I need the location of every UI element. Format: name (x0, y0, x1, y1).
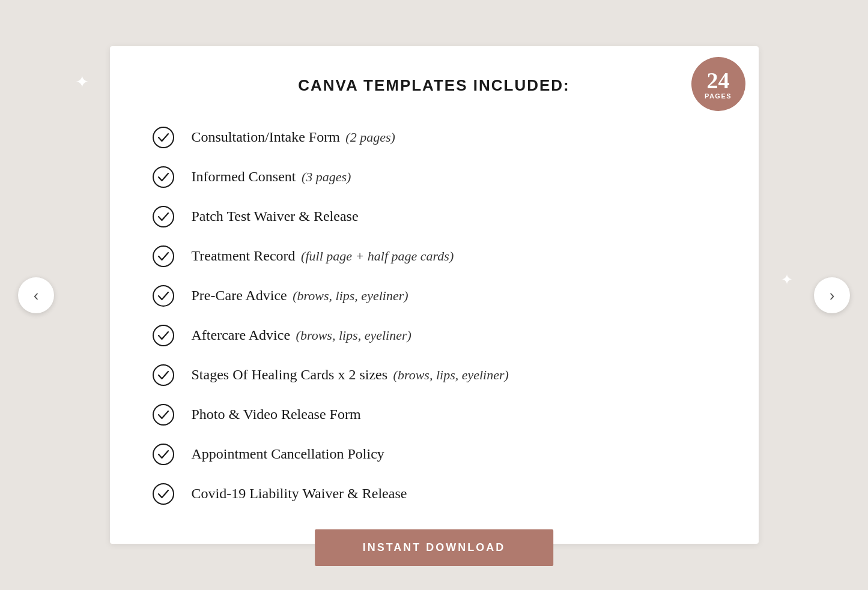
list-item: Pre-Care Advice (brows, lips, eyeliner) (152, 276, 717, 316)
item-text-10: Covid-19 Liability Waiver & Release (192, 484, 407, 503)
item-main-7: Stages Of Healing Cards x 2 sizes (192, 367, 388, 382)
item-italic-5: (brows, lips, eyeliner) (290, 288, 408, 303)
item-main-10: Covid-19 Liability Waiver & Release (192, 486, 407, 501)
badge-label: PAGES (705, 92, 732, 100)
checkmark-icon (152, 245, 175, 268)
list-item: Photo & Video Release Form (152, 395, 717, 435)
item-italic-6: (brows, lips, eyeliner) (293, 328, 411, 343)
item-main-4: Treatment Record (192, 248, 296, 263)
item-main-8: Photo & Video Release Form (192, 406, 361, 422)
list-item: Stages Of Healing Cards x 2 sizes (brows… (152, 355, 717, 395)
item-text-7: Stages Of Healing Cards x 2 sizes (brows… (192, 366, 509, 384)
checkmark-icon (152, 483, 175, 505)
svg-point-3 (153, 246, 174, 266)
item-text-5: Pre-Care Advice (brows, lips, eyeliner) (192, 286, 408, 305)
item-main-3: Patch Test Waiver & Release (192, 208, 359, 224)
item-main-2: Informed Consent (192, 169, 296, 184)
checkmark-icon (152, 126, 175, 149)
list-item: Covid-19 Liability Waiver & Release (152, 474, 717, 514)
list-item: Informed Consent (3 pages) (152, 157, 717, 197)
main-card: 24 PAGES CANVA TEMPLATES INCLUDED: Consu… (110, 46, 759, 544)
svg-point-5 (153, 325, 174, 346)
item-main-5: Pre-Care Advice (192, 287, 287, 303)
svg-point-8 (153, 444, 174, 465)
pages-badge: 24 PAGES (691, 57, 745, 111)
list-item: Consultation/Intake Form (2 pages) (152, 118, 717, 157)
item-text-9: Appointment Cancellation Policy (192, 445, 384, 463)
badge-circle: 24 PAGES (691, 57, 745, 111)
checkmark-icon (152, 205, 175, 228)
sparkle-top-left-icon: ✦ (75, 72, 89, 92)
item-main-9: Appointment Cancellation Policy (192, 446, 384, 462)
svg-point-9 (153, 484, 174, 504)
item-italic-7: (brows, lips, eyeliner) (390, 367, 509, 382)
svg-point-4 (153, 286, 174, 306)
checkmark-icon (152, 364, 175, 387)
item-italic-4: (full page + half page cards) (298, 248, 454, 263)
list-item: Treatment Record (full page + half page … (152, 236, 717, 276)
nav-arrow-left[interactable]: ‹ (18, 277, 54, 313)
nav-arrow-right[interactable]: › (814, 277, 850, 313)
svg-point-6 (153, 365, 174, 385)
chevron-right-icon: › (830, 287, 835, 303)
checklist: Consultation/Intake Form (2 pages) Infor… (152, 118, 717, 514)
checkmark-icon (152, 443, 175, 466)
badge-number: 24 (707, 69, 730, 92)
item-text-1: Consultation/Intake Form (2 pages) (192, 128, 395, 146)
item-italic-2: (3 pages) (298, 169, 351, 184)
checkmark-icon (152, 284, 175, 307)
list-item: Patch Test Waiver & Release (152, 197, 717, 236)
item-text-8: Photo & Video Release Form (192, 405, 361, 424)
svg-point-2 (153, 206, 174, 227)
item-text-4: Treatment Record (full page + half page … (192, 247, 454, 265)
item-text-6: Aftercare Advice (brows, lips, eyeliner) (192, 326, 411, 345)
item-italic-1: (2 pages) (342, 130, 395, 145)
checkmark-icon (152, 324, 175, 347)
card-title: CANVA TEMPLATES INCLUDED: (152, 76, 717, 95)
item-main-1: Consultation/Intake Form (192, 129, 340, 145)
checkmark-icon (152, 403, 175, 426)
list-item: Appointment Cancellation Policy (152, 435, 717, 474)
instant-download-button[interactable]: INSTANT DOWNLOAD (315, 529, 554, 566)
checkmark-icon (152, 166, 175, 188)
item-text-3: Patch Test Waiver & Release (192, 207, 359, 226)
page-wrapper: ‹ › ✦ ✦ 24 PAGES CANVA TEMPLATES INCLUDE… (0, 0, 868, 590)
chevron-left-icon: ‹ (34, 287, 39, 303)
item-text-2: Informed Consent (3 pages) (192, 167, 351, 186)
svg-point-1 (153, 167, 174, 187)
list-item: Aftercare Advice (brows, lips, eyeliner) (152, 316, 717, 355)
sparkle-right-icon: ✦ (781, 271, 793, 288)
item-main-6: Aftercare Advice (192, 327, 291, 343)
svg-point-0 (153, 127, 174, 148)
svg-point-7 (153, 405, 174, 425)
bottom-section: INSTANT DOWNLOAD (315, 529, 554, 566)
